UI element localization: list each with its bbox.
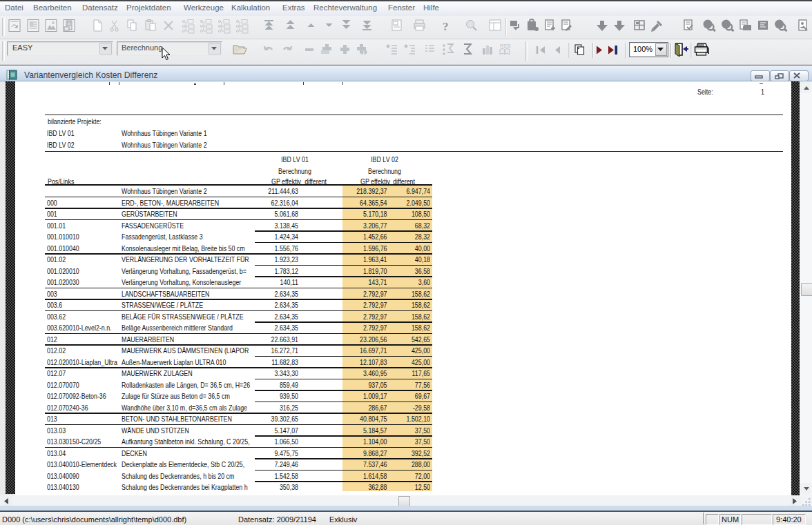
svg-text:REB: REB [500,43,510,49]
svg-text:?: ? [443,20,449,33]
